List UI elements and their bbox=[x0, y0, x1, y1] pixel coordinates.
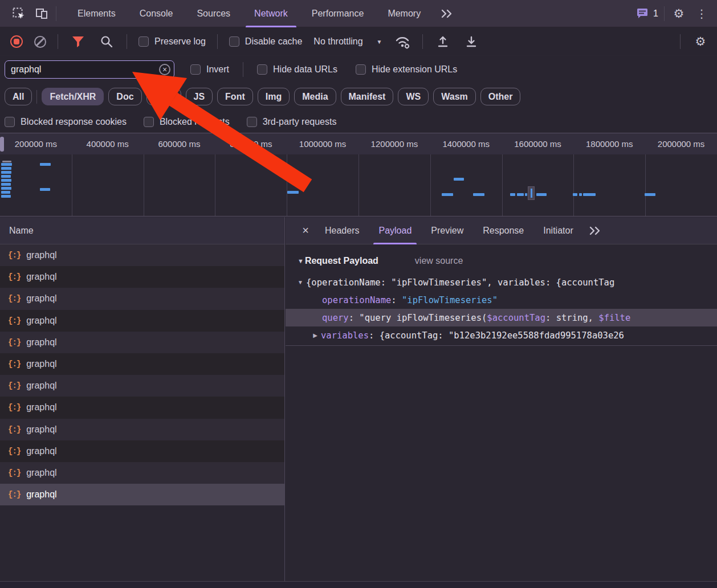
request-row[interactable]: {:}graphql bbox=[0, 310, 284, 332]
timeline-scrubber-handle[interactable] bbox=[0, 137, 4, 152]
record-network-log-button[interactable] bbox=[10, 35, 23, 48]
details-tab-initiator[interactable]: Initiator bbox=[533, 217, 582, 244]
hide-data-urls-checkbox[interactable]: Hide data URLs bbox=[257, 64, 337, 75]
xhr-json-icon: {:} bbox=[8, 425, 21, 434]
details-tab-headers[interactable]: Headers bbox=[315, 217, 369, 244]
tab-sources[interactable]: Sources bbox=[185, 0, 242, 27]
device-toolbar-icon[interactable] bbox=[33, 5, 50, 22]
clear-filter-icon[interactable]: × bbox=[159, 64, 170, 75]
search-icon[interactable] bbox=[98, 33, 115, 50]
timeline-tick-label: 200000 ms bbox=[0, 133, 72, 154]
hide-extension-urls-checkbox[interactable]: Hide extension URLs bbox=[356, 64, 457, 75]
details-tab-preview[interactable]: Preview bbox=[421, 217, 473, 244]
request-row[interactable]: {:}graphql bbox=[0, 353, 284, 375]
details-tab-response[interactable]: Response bbox=[473, 217, 533, 244]
preserve-log-checkbox[interactable]: Preserve log bbox=[138, 36, 206, 47]
request-payload-section-header[interactable]: ▼ Request Payload view source bbox=[298, 252, 717, 270]
filter-input[interactable] bbox=[5, 60, 174, 79]
request-row[interactable]: {:}graphql bbox=[0, 484, 284, 505]
chip-media[interactable]: Media bbox=[294, 88, 336, 105]
import-har-icon[interactable] bbox=[434, 33, 451, 50]
request-name: graphql bbox=[26, 250, 56, 260]
chip-ws[interactable]: WS bbox=[398, 88, 429, 105]
request-rows: {:}graphql{:}graphql{:}graphql{:}graphql… bbox=[0, 244, 284, 505]
query-row[interactable]: query: "query ipFlowTimeseries($accountT… bbox=[286, 309, 717, 326]
issues-counter[interactable]: 1 bbox=[636, 8, 658, 19]
waterfall-bar bbox=[454, 178, 464, 181]
chip-all[interactable]: All bbox=[5, 88, 32, 105]
query-value: "query ipFlowTimeseries($accountTag: str… bbox=[359, 313, 630, 323]
clear-network-log-button[interactable] bbox=[34, 36, 46, 48]
more-detail-tabs-chevron-icon[interactable] bbox=[586, 222, 604, 239]
waterfall-bar-gray bbox=[2, 161, 11, 162]
request-list-panel: Name {:}graphql{:}graphql{:}graphql{:}gr… bbox=[0, 217, 285, 588]
request-row[interactable]: {:}graphql bbox=[0, 266, 284, 288]
tab-console[interactable]: Console bbox=[128, 0, 185, 27]
request-row[interactable]: {:}graphql bbox=[0, 244, 284, 266]
chip-font[interactable]: Font bbox=[217, 88, 253, 105]
timeline-tick-label: 1400000 ms bbox=[430, 133, 502, 154]
waterfall-bar bbox=[1, 171, 11, 174]
checkbox-label: 3rd-party requests bbox=[263, 117, 337, 127]
filter-funnel-icon[interactable] bbox=[70, 33, 87, 50]
xhr-json-icon: {:} bbox=[8, 447, 21, 456]
divider bbox=[243, 62, 243, 77]
operation-name-row[interactable]: operationName: "ipFlowTimeseries" bbox=[286, 291, 717, 309]
network-toolbar: Preserve log Disable cache No throttling… bbox=[0, 28, 717, 55]
name-column-header[interactable]: Name bbox=[0, 217, 284, 244]
invert-checkbox[interactable]: Invert bbox=[190, 64, 229, 75]
inspect-element-icon[interactable] bbox=[10, 5, 27, 22]
checkbox-label: Blocked requests bbox=[160, 117, 230, 127]
request-row[interactable]: {:}graphql bbox=[0, 332, 284, 353]
window-bottom-edge bbox=[0, 582, 717, 588]
details-tab-payload[interactable]: Payload bbox=[369, 217, 421, 244]
waterfall-bar bbox=[510, 193, 515, 196]
chip-other[interactable]: Other bbox=[480, 88, 521, 105]
view-source-link[interactable]: view source bbox=[415, 256, 463, 266]
network-conditions-icon[interactable] bbox=[394, 33, 411, 50]
tab-network[interactable]: Network bbox=[242, 0, 300, 27]
disable-cache-label: Disable cache bbox=[245, 36, 303, 47]
variables-row[interactable]: ▶ variables: {accountTag: "b12e3b2192ee5… bbox=[286, 326, 717, 344]
divider bbox=[58, 34, 58, 49]
checkbox-3rd-party-requests[interactable]: 3rd-party requests bbox=[247, 117, 337, 127]
invert-label: Invert bbox=[206, 64, 229, 75]
resource-type-chips: AllFetch/XHRDocCSSJSFontImgMediaManifest… bbox=[0, 83, 717, 110]
payload-key: operationName bbox=[322, 295, 391, 305]
network-overview-timeline[interactable]: 200000 ms400000 ms600000 ms800000 ms1000… bbox=[0, 133, 717, 217]
more-tabs-chevron-icon[interactable] bbox=[438, 5, 455, 22]
request-row[interactable]: {:}graphql bbox=[0, 375, 284, 397]
tab-elements[interactable]: Elements bbox=[66, 0, 128, 27]
hide-data-urls-label: Hide data URLs bbox=[273, 64, 337, 75]
checkbox-blocked-requests[interactable]: Blocked requests bbox=[144, 117, 230, 127]
request-row[interactable]: {:}graphql bbox=[0, 440, 284, 462]
request-row[interactable]: {:}graphql bbox=[0, 397, 284, 418]
network-settings-gear-icon[interactable]: ⚙ bbox=[692, 33, 709, 50]
chip-fetch-xhr[interactable]: Fetch/XHR bbox=[42, 88, 104, 105]
waterfall-bar bbox=[517, 193, 524, 196]
waterfall-bar bbox=[287, 191, 299, 194]
chip-img[interactable]: Img bbox=[258, 88, 290, 105]
chip-doc[interactable]: Doc bbox=[108, 88, 141, 105]
export-har-icon[interactable] bbox=[463, 33, 480, 50]
request-row[interactable]: {:}graphql bbox=[0, 419, 284, 440]
request-row[interactable]: {:}graphql bbox=[0, 462, 284, 484]
chip-wasm[interactable]: Wasm bbox=[433, 88, 476, 105]
disable-cache-checkbox[interactable]: Disable cache bbox=[229, 36, 303, 47]
request-row[interactable]: {:}graphql bbox=[0, 288, 284, 309]
xhr-json-icon: {:} bbox=[8, 316, 21, 325]
chip-manifest[interactable]: Manifest bbox=[341, 88, 394, 105]
chip-css[interactable]: CSS bbox=[146, 88, 181, 105]
details-tab-bar: × HeadersPayloadPreviewResponseInitiator bbox=[286, 217, 717, 244]
request-name: graphql bbox=[26, 446, 56, 456]
kebab-menu-icon[interactable]: ⋮ bbox=[693, 5, 710, 22]
chip-js[interactable]: JS bbox=[186, 88, 213, 105]
filter-box: × bbox=[5, 60, 174, 79]
throttling-select[interactable]: No throttling ▼ bbox=[313, 36, 382, 47]
close-details-icon[interactable]: × bbox=[296, 217, 315, 244]
payload-preview-row[interactable]: ▼ {operationName: "ipFlowTimeseries", va… bbox=[286, 273, 717, 291]
checkbox-blocked-response-cookies[interactable]: Blocked response cookies bbox=[5, 117, 127, 127]
settings-gear-icon[interactable]: ⚙ bbox=[670, 5, 687, 22]
tab-memory[interactable]: Memory bbox=[376, 0, 433, 27]
tab-performance[interactable]: Performance bbox=[300, 0, 376, 27]
